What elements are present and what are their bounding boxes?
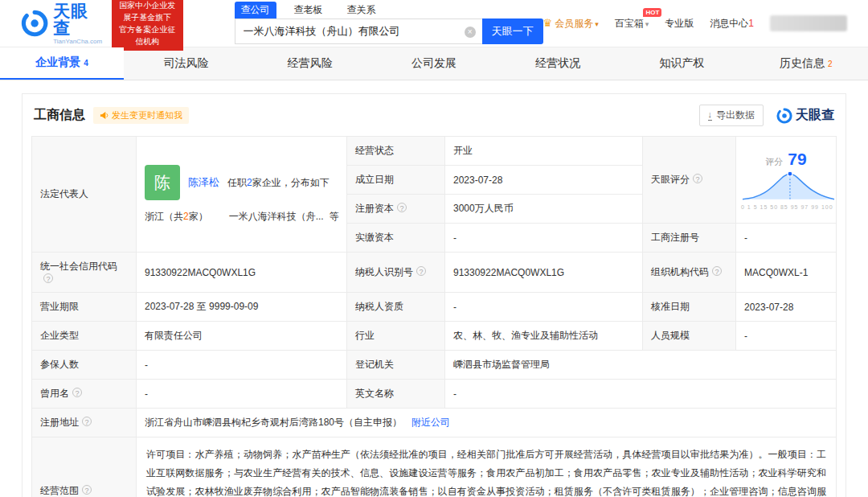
score-caption: 评分 — [765, 156, 783, 168]
tab-judicial-risk[interactable]: 司法风险 — [124, 47, 248, 80]
field-score-label: 天眼评分? — [643, 137, 736, 224]
export-data-button[interactable]: ↓ 导出数据 — [699, 105, 764, 126]
gov-badge: 国家中小企业发展子基金旗下 官方备案企业征信机构 — [112, 0, 183, 51]
field-credit-code-label: 统一社会信用代码? — [32, 253, 137, 293]
company-nav-tabs: 企业背景4 司法风险 经营风险 公司发展 经营状况 知识产权 历史信息2 — [0, 47, 868, 80]
field-org-code-value: MACQ0WXL-1 — [736, 253, 837, 293]
field-type-value: 有限责任公司 — [137, 322, 347, 351]
score-curve-chart — [741, 169, 836, 201]
legal-rep-name-link[interactable]: 陈泽松 — [188, 175, 219, 190]
hot-badge: HOT — [643, 8, 661, 17]
info-icon[interactable]: ? — [43, 273, 53, 283]
field-reg-no-value: - — [736, 224, 837, 253]
notify-on-change-button[interactable]: 发生变更时通知我 — [93, 107, 189, 124]
business-info-card: 工商信息 发生变更时通知我 ↓ 导出数据 天眼查 法定代表人 陈 陈 — [22, 93, 846, 497]
field-insured-label: 参保人数 — [32, 351, 137, 380]
field-reg-no-label: 工商注册号 — [643, 224, 736, 253]
field-founded-value: 2023-07-28 — [445, 166, 643, 195]
info-icon[interactable]: ? — [82, 485, 92, 495]
tianyancha-watermark: 天眼查 — [776, 107, 834, 124]
field-taxpayer-quality-label: 纳税人资质 — [347, 293, 445, 322]
field-authority-value: 嵊泗县市场监督管理局 — [445, 351, 837, 380]
field-legal-rep-label: 法定代表人 — [32, 137, 137, 253]
info-icon[interactable]: ? — [397, 203, 407, 212]
field-term-value: 2023-07-28 至 9999-09-09 — [137, 293, 347, 322]
tab-history-info[interactable]: 历史信息2 — [744, 47, 868, 80]
search-button[interactable]: 天眼一下 — [482, 18, 543, 44]
toolbox-menu[interactable]: 百宝箱▾HOT — [615, 17, 649, 31]
field-paid-capital-value: - — [445, 224, 643, 253]
address-text: 浙江省舟山市嵊泗县枸杞乡奇观村后湾路180号（自主申报） — [145, 416, 402, 429]
legal-rep-company-more[interactable]: 一米八海洋科技（舟... 等 — [229, 210, 339, 224]
chevron-down-icon: ▾ — [645, 20, 649, 28]
field-org-code-label: 组织机构代码? — [643, 253, 736, 293]
nearby-companies-link[interactable]: 附近公司 — [411, 416, 450, 429]
field-staff-value: - — [736, 322, 837, 351]
header-right: ♛会员服务▾ 百宝箱▾HOT 专业版 消息中心1 — [543, 15, 847, 31]
legal-rep-distribution: 浙江（共2家） 一米八海洋科技（舟... 等 — [145, 210, 338, 224]
chevron-down-icon: ▾ — [595, 20, 599, 28]
search-input-wrap: × — [235, 18, 482, 44]
message-center-link[interactable]: 消息中心1 — [710, 17, 754, 31]
tab-operation-status[interactable]: 经营状况 — [496, 47, 620, 80]
pro-version-link[interactable]: 专业版 — [665, 17, 694, 31]
brand-name: 天眼查 — [53, 2, 104, 36]
vip-service-menu[interactable]: ♛会员服务▾ — [543, 17, 599, 31]
top-bar: 天眼查 TianYanCha.com 国家中小企业发展子基金旗下 官方备案企业征… — [0, 0, 868, 47]
field-type-label: 企业类型 — [32, 322, 137, 351]
field-english-name-label: 英文名称 — [347, 380, 445, 409]
section-title: 工商信息 — [34, 107, 85, 124]
search-tab-company[interactable]: 查公司 — [235, 2, 276, 18]
download-icon: ↓ — [708, 110, 713, 121]
legal-rep-region: 浙江（共2家） — [145, 210, 208, 224]
search-tab-relation[interactable]: 查关系 — [341, 2, 383, 18]
clear-icon[interactable]: × — [465, 27, 476, 38]
logo-text: 天眼查 TianYanCha.com — [53, 2, 104, 45]
tab-business-background[interactable]: 企业背景4 — [0, 47, 124, 80]
field-status-value: 开业 — [445, 137, 643, 166]
tianyancha-logo-icon — [21, 9, 48, 38]
field-taxpayer-id-label: 纳税人识别号? — [347, 253, 445, 293]
field-insured-value: - — [137, 351, 347, 380]
card-header: 工商信息 发生变更时通知我 ↓ 导出数据 天眼查 — [31, 105, 837, 126]
tab-operation-risk[interactable]: 经营风险 — [248, 47, 372, 80]
info-icon[interactable]: ? — [72, 388, 82, 397]
field-taxpayer-id-value: 91330922MACQ0WXL1G — [445, 253, 643, 293]
tab-company-development[interactable]: 公司发展 — [372, 47, 496, 80]
info-icon[interactable]: ? — [82, 417, 92, 426]
tianyancha-logo[interactable]: 天眼查 TianYanCha.com — [21, 2, 104, 45]
field-authority-label: 登记机关 — [347, 351, 445, 380]
field-term-label: 营业期限 — [32, 293, 137, 322]
field-scope-label: 经营范围? — [32, 437, 137, 497]
search-tab-boss[interactable]: 查老板 — [288, 2, 330, 18]
field-credit-code-value: 91330922MACQ0WXL1G — [137, 253, 347, 293]
field-status-label: 经营状态 — [347, 137, 445, 166]
field-taxpayer-quality-value: - — [445, 293, 643, 322]
field-former-name-value: - — [137, 380, 347, 409]
business-info-table: 法定代表人 陈 陈泽松 任职2家企业，分布如下 浙江（共2家） 一米八海洋科技（… — [31, 136, 837, 497]
message-count-badge: 1 — [748, 18, 754, 29]
gov-badge-line2: 官方备案企业征信机构 — [117, 23, 178, 47]
field-paid-capital-label: 实缴资本 — [347, 224, 445, 253]
user-account-blurred[interactable] — [770, 15, 847, 31]
info-icon[interactable]: ? — [416, 266, 426, 276]
search-input[interactable] — [235, 19, 482, 43]
score-chart-cell: 评分 79 0 1 5 15 50 85 95 97 99 100 — [736, 137, 837, 224]
tab-intellectual-property[interactable]: 知识产权 — [620, 47, 743, 80]
field-industry-label: 行业 — [347, 322, 445, 351]
tianyancha-watermark-icon — [776, 108, 792, 124]
field-approved-label: 核准日期 — [643, 293, 736, 322]
brand-domain: TianYanCha.com — [53, 38, 104, 45]
search-tabs: 查公司 查老板 查关系 — [235, 2, 543, 18]
field-former-name-label: 曾用名? — [32, 380, 137, 409]
field-address-value: 浙江省舟山市嵊泗县枸杞乡奇观村后湾路180号（自主申报） 附近公司 — [137, 409, 837, 437]
info-icon[interactable]: ? — [712, 266, 722, 276]
legal-rep-cell: 陈 陈泽松 任职2家企业，分布如下 浙江（共2家） 一米八海洋科技（舟... 等 — [137, 137, 347, 253]
crown-icon: ♛ — [543, 17, 553, 29]
field-reg-capital-label: 注册资本? — [347, 195, 445, 224]
score-axis-ticks: 0 1 5 15 50 85 95 97 99 100 — [741, 204, 831, 210]
field-staff-label: 人员规模 — [643, 322, 736, 351]
field-founded-label: 成立日期 — [347, 166, 445, 195]
legal-rep-avatar: 陈 — [145, 165, 180, 200]
info-icon[interactable]: ? — [693, 174, 702, 183]
